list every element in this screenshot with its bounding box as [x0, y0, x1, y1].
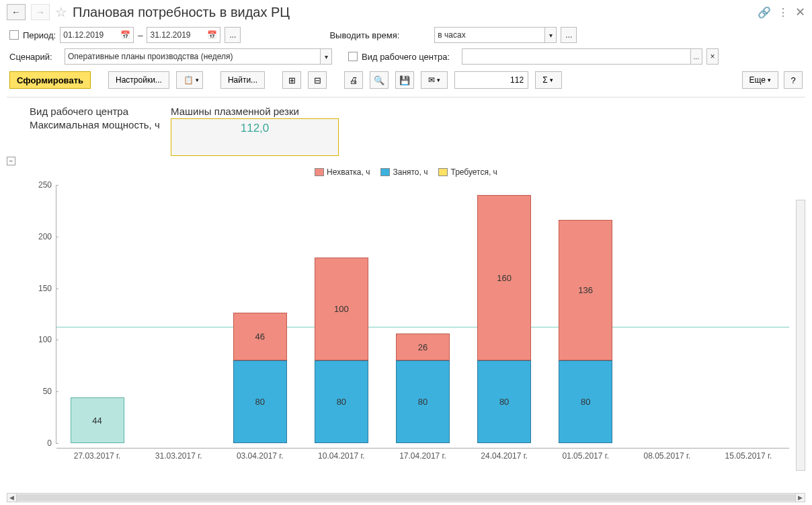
- x-tick-label: 27.03.2017 г.: [57, 451, 138, 461]
- help-button[interactable]: ?: [784, 71, 803, 89]
- wc-type-label: Вид рабочего центра: [30, 106, 171, 117]
- horizontal-scrollbar[interactable]: ◀ ▶: [7, 493, 805, 502]
- wc-type-value: Машины плазменной резки: [171, 106, 299, 117]
- bar-segment-required: 44: [71, 397, 124, 443]
- legend-swatch-yellow: [438, 168, 448, 176]
- max-capacity-value: 112,0: [171, 118, 339, 156]
- time-value: в часах: [438, 30, 465, 40]
- date-to-input[interactable]: 31.12.2019 📅: [147, 27, 220, 43]
- legend: Нехватка, ч Занято, ч Требуется, ч: [7, 167, 805, 177]
- scenario-value: Оперативные планы производства (неделя): [68, 52, 233, 61]
- legend-label-required: Требуется, ч: [450, 167, 497, 177]
- print-button[interactable]: 🖨: [344, 71, 363, 89]
- plot-area: 050100150200250 448046801008026801608013…: [30, 185, 789, 461]
- date-from-value: 01.12.2019: [63, 30, 104, 40]
- bar-segment-shortage: 136: [559, 220, 612, 360]
- collapse-button[interactable]: ⊟: [308, 71, 327, 89]
- x-axis: [56, 448, 789, 449]
- close-icon[interactable]: ✕: [795, 5, 805, 20]
- wc-clear-button[interactable]: ×: [706, 48, 719, 65]
- scroll-right-arrow[interactable]: ▶: [795, 494, 805, 502]
- more-menu-icon[interactable]: ⋮: [778, 6, 788, 19]
- bar-segment-busy: 80: [233, 360, 287, 443]
- scroll-left-arrow[interactable]: ◀: [7, 494, 17, 502]
- wc-label: Вид рабочего центра:: [362, 52, 450, 62]
- y-tick: 100: [28, 335, 56, 344]
- bar-segment-busy: 80: [477, 360, 531, 443]
- print-icon: 🖨: [350, 75, 358, 85]
- chart-area: − Вид рабочего центра Машины плазменной …: [7, 97, 805, 487]
- time-select[interactable]: в часах ▾: [434, 27, 557, 43]
- x-labels: 27.03.2017 г.31.03.2017 г.03.04.2017 г.1…: [56, 451, 789, 465]
- bar-segment-shortage: 160: [477, 195, 531, 360]
- link-icon[interactable]: 🔗: [758, 6, 771, 19]
- period-label: Период:: [23, 30, 56, 40]
- x-tick-label: 31.03.2017 г.: [138, 451, 219, 461]
- period-picker-button[interactable]: ...: [225, 27, 241, 43]
- bar-segment-shortage: 100: [315, 258, 368, 361]
- preview-icon: 🔍: [374, 75, 384, 85]
- y-tick: 0: [28, 438, 56, 448]
- x-tick-label: 17.04.2017 г.: [382, 451, 463, 461]
- date-separator: –: [138, 30, 143, 40]
- send-button[interactable]: ✉▾: [421, 71, 448, 89]
- time-label: Выводить время:: [329, 30, 399, 40]
- nav-back-button[interactable]: ←: [7, 4, 26, 20]
- nav-forward-button[interactable]: →: [31, 4, 50, 20]
- date-from-input[interactable]: 01.12.2019 📅: [60, 27, 134, 43]
- variants-button[interactable]: 📋▾: [176, 71, 203, 89]
- find-button[interactable]: Найти...: [220, 71, 265, 89]
- wc-picker-button[interactable]: ...: [690, 48, 702, 65]
- page-title: Плановая потребность в видах РЦ: [73, 5, 290, 20]
- bars-container: 4480468010080268016080136: [56, 185, 789, 443]
- more-button[interactable]: Еще ▾: [742, 71, 778, 89]
- x-tick-label: 08.05.2017 г.: [626, 451, 707, 461]
- x-tick-label: 15.05.2017 г.: [708, 451, 788, 461]
- legend-swatch-blue: [380, 168, 390, 176]
- generate-button[interactable]: Сформировать: [9, 71, 91, 89]
- bar-segment-shortage: 26: [396, 334, 450, 360]
- scroll-thumb[interactable]: [17, 494, 795, 501]
- y-tick: 250: [28, 180, 56, 190]
- expand-button[interactable]: ⊞: [282, 71, 301, 89]
- x-tick-label: 10.04.2017 г.: [301, 451, 382, 461]
- dropdown-icon[interactable]: ▾: [544, 27, 557, 43]
- period-checkbox[interactable]: [9, 30, 19, 40]
- legend-swatch-red: [315, 168, 324, 176]
- scenario-label: Сценарий:: [9, 52, 51, 62]
- sum-button[interactable]: Σ▾: [535, 71, 562, 89]
- calendar-icon[interactable]: 📅: [120, 30, 130, 40]
- save-button[interactable]: 💾: [395, 71, 414, 89]
- favorite-star-icon[interactable]: ☆: [55, 4, 67, 20]
- preview-button[interactable]: 🔍: [370, 71, 389, 89]
- legend-label-shortage: Нехватка, ч: [327, 167, 370, 177]
- y-tick: 150: [28, 284, 56, 293]
- y-axis: 050100150200250: [30, 185, 56, 443]
- bar-segment-busy: 80: [396, 360, 450, 443]
- collapse-icon: ⊟: [314, 75, 321, 85]
- more-label: Еще: [749, 75, 766, 85]
- wc-select[interactable]: ...: [462, 48, 702, 65]
- calendar-icon[interactable]: 📅: [207, 30, 217, 40]
- y-tick: 200: [28, 232, 56, 241]
- max-capacity-label: Максимальная мощность, ч: [30, 118, 171, 156]
- wc-checkbox[interactable]: [348, 52, 358, 61]
- save-icon: 💾: [399, 75, 410, 85]
- sum-input[interactable]: [454, 71, 528, 89]
- dropdown-icon[interactable]: ▾: [320, 48, 332, 65]
- time-extra-button[interactable]: ...: [561, 27, 577, 43]
- bar-segment-busy: 80: [559, 360, 612, 443]
- fold-handle[interactable]: −: [7, 157, 15, 165]
- vertical-scrollbar[interactable]: [796, 200, 805, 471]
- mail-icon: ✉: [428, 75, 435, 85]
- scenario-select[interactable]: Оперативные планы производства (неделя) …: [65, 48, 332, 65]
- y-tick: 50: [28, 387, 56, 396]
- bar-segment-busy: 80: [315, 360, 368, 443]
- settings-button[interactable]: Настройки...: [108, 71, 169, 89]
- x-tick-label: 24.04.2017 г.: [464, 451, 544, 461]
- legend-label-busy: Занято, ч: [393, 167, 428, 177]
- x-tick-label: 01.05.2017 г.: [545, 451, 626, 461]
- date-to-value: 31.12.2019: [150, 30, 190, 40]
- bar-segment-shortage: 46: [233, 313, 287, 360]
- expand-icon: ⊞: [288, 75, 296, 85]
